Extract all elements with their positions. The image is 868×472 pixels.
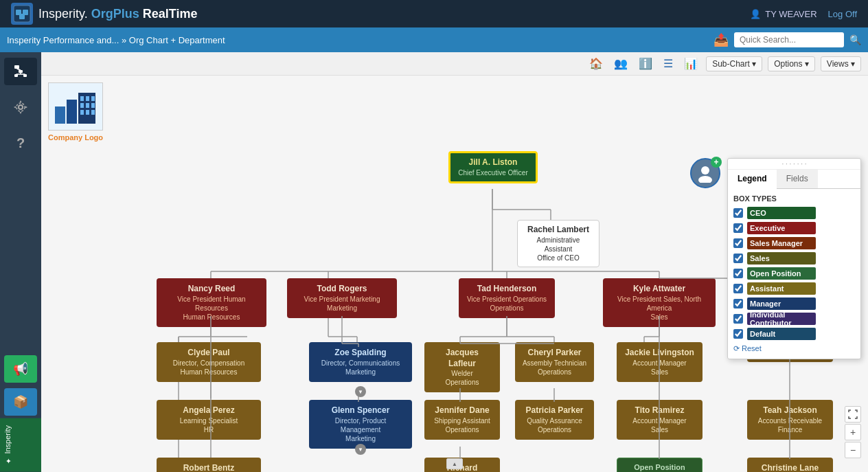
sidebar-item-settings[interactable] xyxy=(4,93,37,121)
dir4-box[interactable]: Zoe Spalding Director, Communications Ma… xyxy=(309,342,412,382)
fin2-title: Accounts Receivable xyxy=(754,416,826,425)
dir6-box[interactable]: Jacques Lafleur Welder Operations xyxy=(424,342,500,392)
legend-check-default[interactable] xyxy=(733,329,743,339)
org-chart-container: Company Logo xyxy=(41,76,868,472)
user-icon: 👤 xyxy=(750,9,761,19)
search-button[interactable]: 🔍 xyxy=(849,34,861,45)
legend-tab-fields[interactable]: Fields xyxy=(777,170,818,188)
assistant-box[interactable]: Rachel Lambert Administrative Assistant … xyxy=(517,220,599,267)
vp3-title: Vice President Operations xyxy=(466,295,548,304)
dir5-title: Director, Product Management xyxy=(316,416,405,434)
fin2-name: Teah Jackson xyxy=(754,405,826,416)
legend-check-manager[interactable] xyxy=(733,299,743,308)
legend-check-assistant[interactable] xyxy=(733,284,743,293)
svg-point-71 xyxy=(701,166,709,175)
brand-logo-icon xyxy=(11,3,33,25)
legend-check-sales[interactable] xyxy=(733,254,743,263)
legend-color-manager: Manager xyxy=(747,297,816,310)
options-button[interactable]: Options ▾ xyxy=(768,56,815,71)
fin3-box[interactable]: Christine Lane Financial Reporting Finan… xyxy=(747,458,833,472)
quick-search-input[interactable] xyxy=(734,32,844,47)
breadcrumb-path1[interactable]: Insperity Performance and... xyxy=(7,35,119,45)
svg-rect-18 xyxy=(91,96,95,101)
expand-glenn[interactable]: ▼ xyxy=(355,444,366,455)
zoom-fit-button[interactable] xyxy=(845,406,861,423)
vp2-box[interactable]: Todd Rogers Vice President Marketing Mar… xyxy=(287,278,397,318)
chart-icon[interactable]: 📊 xyxy=(681,54,700,73)
sidebar-item-help[interactable]: ? xyxy=(4,129,37,157)
vp2-name: Todd Rogers xyxy=(294,284,390,295)
zoom-in-button[interactable]: + xyxy=(845,424,861,440)
legend-check-salesmanager[interactable] xyxy=(733,238,743,248)
legend-check-openposition[interactable] xyxy=(733,269,743,278)
breadcrumb-path2[interactable]: Org Chart + Department xyxy=(129,35,225,45)
legend-tabs: Legend Fields xyxy=(728,170,860,189)
main-layout: ? 📢 📦 ✦ Insperity 🏠 👥 ℹ️ ☰ 📊 Sub-Chart ▾… xyxy=(0,52,868,472)
legend-check-individual[interactable] xyxy=(733,314,743,324)
legend-check-executive[interactable] xyxy=(733,223,743,233)
dir12-box[interactable]: Tito Ramirez Account Manager Sales xyxy=(617,400,703,440)
vp3-box[interactable]: Tad Henderson Vice President Operations … xyxy=(459,278,555,318)
dir2-box[interactable]: Angela Perez Learning Specialist HR xyxy=(157,400,261,440)
dir11-box[interactable]: Jackie Livingston Account Manager Sales xyxy=(617,342,703,382)
legend-item-salesmanager: Sales Manager xyxy=(733,237,855,249)
dir11-title: Account Manager xyxy=(624,359,696,368)
top-nav-right: 👤 TY WEAVER Log Off xyxy=(750,9,857,19)
svg-rect-14 xyxy=(67,100,77,124)
vp1-box[interactable]: Nancy Reed Vice President Human Resource… xyxy=(157,278,266,327)
dir1-title: Director, Compensation xyxy=(163,359,254,368)
dir3-box[interactable]: Robert Bentz Technology Systems Manager … xyxy=(157,458,261,472)
dir12-title: Account Manager xyxy=(624,416,696,425)
open1-box[interactable]: Open Position Account Manager Sales xyxy=(617,458,703,472)
logout-button[interactable]: Log Off xyxy=(828,9,857,19)
info-icon[interactable]: ℹ️ xyxy=(636,54,655,73)
brand-name: Insperity. OrgPlus RealTime xyxy=(38,7,197,21)
sidebar-item-announce[interactable]: 📢 xyxy=(4,355,37,383)
breadcrumb-separator: » xyxy=(122,35,126,45)
sidebar-item-org[interactable] xyxy=(4,58,37,85)
dir10-dept: Operations xyxy=(522,425,587,434)
fin2-box[interactable]: Teah Jackson Accounts Receivable Finance xyxy=(747,400,833,440)
svg-point-11 xyxy=(19,105,23,109)
vp4-dept: Sales xyxy=(610,313,709,322)
dir10-box[interactable]: Patricia Parker Quality Assurance Operat… xyxy=(515,400,594,440)
sidebar-item-box[interactable]: 📦 xyxy=(4,388,37,416)
user-info: 👤 TY WEAVER xyxy=(750,9,816,19)
assistant-dept: Office of CEO xyxy=(523,254,593,262)
legend-color-openposition: Open Position xyxy=(747,267,816,280)
dir9-box[interactable]: Cheryl Parker Assembly Technician Operat… xyxy=(515,342,594,382)
legend-item-assistant: Assistant xyxy=(733,282,855,295)
svg-rect-23 xyxy=(86,110,89,115)
legend-tab-legend[interactable]: Legend xyxy=(728,170,777,189)
export-icon[interactable]: 📤 xyxy=(713,32,729,47)
vp1-dept: Human Resources xyxy=(163,313,260,322)
zoom-controls: + − xyxy=(845,406,861,458)
expand-zoe[interactable]: ▼ xyxy=(355,386,366,397)
dir2-title: Learning Specialist xyxy=(163,416,254,425)
legend-reset-button[interactable]: ⟳ Reset xyxy=(733,344,855,353)
legend-item-ceo: CEO xyxy=(733,207,855,219)
dir11-dept: Sales xyxy=(624,368,696,377)
brand-area: Insperity. OrgPlus RealTime xyxy=(11,3,197,25)
avatar-plus-icon[interactable]: + xyxy=(711,157,722,168)
list-icon[interactable]: ☰ xyxy=(661,54,676,73)
vp4-box[interactable]: Kyle Attwater Vice President Sales, Nort… xyxy=(603,278,716,327)
subchart-button[interactable]: Sub-Chart ▾ xyxy=(706,56,762,71)
dir1-box[interactable]: Clyde Paul Director, Compensation Human … xyxy=(157,342,261,382)
views-button[interactable]: Views ▾ xyxy=(821,56,861,71)
home-icon[interactable]: 🏠 xyxy=(586,54,606,73)
zoom-out-button[interactable]: − xyxy=(845,442,861,458)
dir7-box[interactable]: Jennifer Dane Shipping Assistant Operati… xyxy=(424,400,500,440)
fin2-dept: Finance xyxy=(754,425,826,434)
legend-check-ceo[interactable] xyxy=(733,208,743,218)
sidebar-item-insperity[interactable]: ✦ Insperity xyxy=(0,418,41,472)
dir4-title: Director, Communications xyxy=(316,359,405,368)
svg-point-72 xyxy=(698,176,712,183)
vp3-dept: Operations xyxy=(466,304,548,313)
ceo-box[interactable]: Jill A. Liston Chief Executive Officer xyxy=(448,151,538,183)
dir5-box[interactable]: Glenn Spencer Director, Product Manageme… xyxy=(309,400,412,449)
vp1-title: Vice President Human Resources xyxy=(163,295,260,313)
legend-drag-handle[interactable]: · · · · · · · xyxy=(728,159,860,170)
people-icon[interactable]: 👥 xyxy=(611,54,630,73)
scroll-indicator[interactable]: ▲ xyxy=(446,458,463,469)
